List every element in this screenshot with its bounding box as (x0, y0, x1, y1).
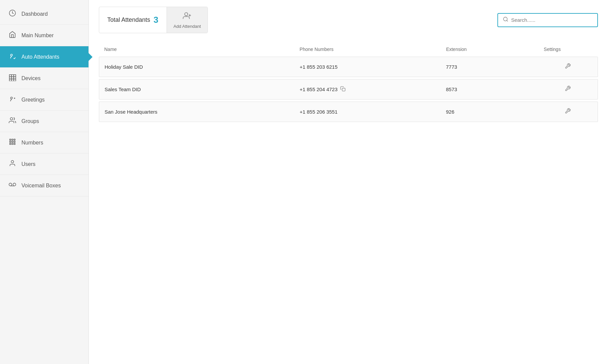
svg-rect-7 (14, 77, 16, 79)
svg-rect-18 (14, 141, 15, 142)
row1-phone: +1 855 203 6215 (300, 64, 338, 70)
svg-rect-15 (14, 139, 15, 140)
svg-point-1 (11, 54, 13, 56)
svg-point-22 (11, 161, 13, 163)
greetings-icon (8, 95, 17, 104)
dashboard-icon (8, 9, 17, 18)
svg-rect-6 (11, 77, 13, 79)
numbers-icon (8, 138, 17, 147)
sidebar-item-main-number-label: Main Number (21, 33, 54, 39)
sidebar-item-dashboard[interactable]: Dashboard (0, 3, 88, 25)
svg-point-12 (10, 118, 13, 120)
svg-rect-8 (9, 79, 11, 81)
svg-point-29 (503, 17, 507, 21)
sidebar-item-dashboard-label: Dashboard (21, 11, 48, 17)
add-attendant-label: Add Attendant (174, 24, 201, 29)
sidebar-item-auto-attendants-label: Auto Attendants (21, 54, 59, 60)
row2-phone: +1 855 204 4723 (300, 86, 338, 92)
search-box (497, 13, 598, 27)
svg-rect-5 (9, 77, 11, 79)
table-row: Sales Team DID +1 855 204 4723 8573 (99, 79, 598, 100)
col-settings: Settings (544, 47, 593, 52)
row1-extension: 7773 (446, 64, 544, 70)
svg-rect-2 (9, 75, 11, 77)
users-icon (8, 160, 17, 169)
wrench-icon[interactable] (565, 63, 571, 71)
total-attendants-label: Total Attendants (107, 16, 150, 23)
row1-phone-cell: +1 855 203 6215 (300, 64, 446, 70)
wrench-icon[interactable] (565, 108, 571, 116)
home-icon (8, 31, 17, 40)
sidebar-item-voicemail-label: Voicemail Boxes (21, 183, 61, 189)
col-phone: Phone Numbers (300, 47, 446, 52)
svg-rect-3 (11, 75, 13, 77)
col-name: Name (104, 47, 300, 52)
sidebar-item-main-number[interactable]: Main Number (0, 25, 88, 46)
attendants-summary: Total Attendants 3 Add Attendant (99, 7, 208, 33)
row3-phone-cell: +1 855 206 3551 (300, 109, 446, 115)
svg-rect-14 (12, 139, 13, 140)
row1-settings[interactable] (544, 63, 593, 71)
table-row: Holiday Sale DID +1 855 203 6215 7773 (99, 57, 598, 77)
table-container: Name Phone Numbers Extension Settings Ho… (99, 43, 598, 122)
svg-rect-21 (14, 143, 15, 145)
col-extension: Extension (446, 47, 544, 52)
row2-name: Sales Team DID (105, 86, 300, 92)
top-bar: Total Attendants 3 Add Attendant (99, 7, 598, 33)
row3-name: San Jose Headquarters (105, 109, 300, 115)
row3-phone: +1 855 206 3551 (300, 109, 338, 115)
devices-icon (8, 74, 17, 83)
row1-name: Holiday Sale DID (105, 64, 300, 70)
sidebar-item-groups[interactable]: Groups (0, 111, 88, 132)
row2-phone-cell: +1 855 204 4723 (300, 86, 446, 93)
svg-rect-16 (10, 141, 11, 142)
svg-rect-13 (10, 139, 11, 140)
sidebar-item-users-label: Users (21, 161, 36, 167)
copy-icon[interactable] (340, 86, 346, 93)
sidebar: Dashboard Main Number Auto Attendants (0, 0, 89, 364)
table-header: Name Phone Numbers Extension Settings (99, 43, 598, 55)
svg-rect-31 (342, 88, 345, 91)
sidebar-item-auto-attendants[interactable]: Auto Attendants (0, 46, 88, 68)
svg-rect-20 (12, 143, 13, 145)
svg-rect-4 (14, 75, 16, 77)
sidebar-item-devices[interactable]: Devices (0, 68, 88, 89)
search-input[interactable] (511, 17, 593, 23)
add-attendant-icon (182, 11, 192, 22)
sidebar-item-users[interactable]: Users (0, 154, 88, 175)
sidebar-item-numbers-label: Numbers (21, 140, 43, 146)
row2-extension: 8573 (446, 86, 544, 92)
add-attendant-button[interactable]: Add Attendant (167, 7, 208, 33)
sidebar-item-groups-label: Groups (21, 118, 39, 124)
row2-settings[interactable] (544, 85, 593, 93)
main-content: Total Attendants 3 Add Attendant (89, 0, 608, 364)
sidebar-item-voicemail-boxes[interactable]: Voicemail Boxes (0, 175, 88, 196)
svg-rect-19 (10, 143, 11, 145)
attendants-count: 3 (154, 15, 158, 25)
auto-attendants-icon (8, 52, 17, 61)
groups-icon (8, 117, 17, 126)
svg-point-26 (185, 13, 188, 16)
voicemail-icon (8, 181, 17, 190)
row3-extension: 926 (446, 109, 544, 115)
svg-point-24 (13, 183, 16, 186)
svg-point-11 (11, 97, 13, 99)
search-icon (503, 16, 508, 24)
row3-settings[interactable] (544, 108, 593, 116)
svg-rect-10 (14, 79, 16, 81)
svg-rect-17 (12, 141, 13, 142)
svg-rect-9 (11, 79, 13, 81)
svg-point-23 (9, 183, 12, 186)
sidebar-item-greetings[interactable]: Greetings (0, 89, 88, 111)
total-attendants-box: Total Attendants 3 (99, 9, 167, 31)
table-row: San Jose Headquarters +1 855 206 3551 92… (99, 102, 598, 122)
sidebar-item-numbers[interactable]: Numbers (0, 132, 88, 154)
sidebar-item-greetings-label: Greetings (21, 97, 45, 103)
svg-line-30 (507, 20, 508, 21)
sidebar-item-devices-label: Devices (21, 75, 41, 81)
wrench-icon[interactable] (565, 85, 571, 93)
